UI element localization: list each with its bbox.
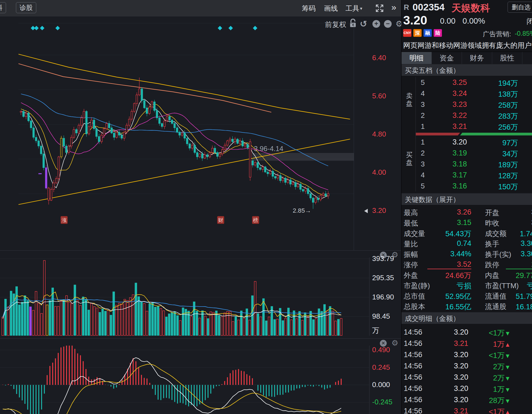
bid-amount: 97万: [502, 138, 518, 148]
ask-level: 1: [421, 122, 425, 131]
trade-price: 3.20: [454, 351, 468, 359]
top-toolbar: 料 诊股 筹码 画线 工具▼ »: [0, 0, 401, 17]
trade-row[interactable]: 14:563.2028万▼: [402, 394, 532, 405]
bid-price: 3.20: [452, 138, 467, 146]
price-axis-label: 5.60: [372, 92, 386, 100]
volume-axis-label: 196.90: [372, 293, 394, 301]
bid-price: 3.16: [452, 182, 467, 190]
order-book-title: 买卖五档（金额）: [402, 64, 532, 76]
trade-row[interactable]: 14:563.20<1万▼: [402, 349, 532, 360]
key-data-row: 振幅3.44%换手(实)3.30%: [402, 248, 532, 259]
tab-资金[interactable]: 资金: [432, 52, 462, 64]
bid-row[interactable]: 43.17128万: [416, 170, 532, 180]
trade-time: 14:56: [404, 384, 422, 393]
trade-price: 3.20: [454, 362, 468, 370]
kd-label-2: 跌停: [485, 260, 499, 270]
trade-row[interactable]: 14:563.201万▼: [402, 383, 532, 394]
flag-badge-融: 融: [424, 29, 432, 37]
kd-value: 3.15: [427, 218, 471, 227]
chart-region: 前复权 ↺ + − ⚙ 3.96-4.14涨财榜2.85→ ✕ ⚙ ✕ ⚙ 6.…: [0, 16, 401, 414]
bid-row[interactable]: 53.16150万: [416, 180, 532, 191]
trade-row[interactable]: 14:563.202万▼: [402, 360, 532, 371]
chip-distribution-button[interactable]: 筹码: [302, 4, 316, 13]
bid-level: 1: [421, 138, 425, 146]
diagnose-stock-button[interactable]: 诊股: [16, 2, 36, 13]
bid-row[interactable]: 33.18189万: [416, 159, 532, 170]
kd-label-2: 开盘: [485, 208, 499, 218]
more-tools-chevron[interactable]: »: [391, 2, 396, 12]
macd-axis-label: -0.245: [372, 398, 392, 406]
tab-明细[interactable]: 明细: [402, 52, 432, 64]
kd-label: 涨停: [404, 260, 418, 270]
kd-value: 54.43万: [427, 229, 471, 239]
trade-amount: 2万▼: [493, 362, 511, 372]
down-arrow-icon: ▼: [505, 375, 511, 382]
last-price: 3.20: [403, 13, 427, 27]
volume-axis-label: 98.45: [372, 312, 390, 321]
key-data-row: 总市值52.95亿流通值51.79亿: [402, 290, 532, 301]
bid-ask-ratio-bar: [416, 133, 532, 135]
bid-level: 5: [421, 182, 425, 190]
up-arrow-icon: ▲: [505, 409, 511, 414]
draw-line-button[interactable]: 画线: [324, 4, 338, 13]
trade-row[interactable]: 14:563.21<1万▲: [402, 405, 532, 414]
info-button[interactable]: 料: [0, 2, 6, 13]
ask-amount: 283万: [498, 111, 518, 121]
remove-watchlist-button[interactable]: 删自选: [508, 2, 532, 13]
pane-divider-2: [0, 338, 401, 339]
trading-terminal: 料 诊股 筹码 画线 工具▼ » 前复权 ↺ + − ⚙ 3.96-4.14涨财…: [0, 0, 532, 414]
bid-row[interactable]: 23.1934万: [416, 148, 532, 159]
macd-axis-label: 0.490: [372, 346, 390, 354]
ask-row[interactable]: 23.22283万: [416, 110, 532, 121]
ask-amount: 256万: [498, 122, 518, 132]
main-candlestick-chart[interactable]: 3.96-4.14涨财榜2.85→: [0, 23, 401, 250]
ask-row[interactable]: 53.25194万: [416, 77, 532, 88]
sector-tag-label[interactable]: 广告营销:: [483, 30, 511, 38]
ask-row[interactable]: 13.21256万: [416, 121, 532, 132]
kd-label: 振幅: [404, 250, 418, 259]
trade-row[interactable]: 14:563.211万▲: [402, 338, 532, 349]
stock-name: 天娱数科: [452, 2, 490, 15]
fullscreen-icon[interactable]: [375, 4, 384, 13]
kd-value: 24.66万: [427, 271, 471, 280]
key-data-title[interactable]: 关键数据（展开）: [402, 193, 532, 205]
bid-row[interactable]: 13.2097万: [416, 137, 532, 148]
ask-amount: 258万: [498, 100, 518, 110]
down-arrow-icon: ▼: [505, 386, 511, 393]
key-data-row: 量比0.74换手3.30%: [402, 238, 532, 248]
price-axis-label: 6.40: [372, 54, 386, 62]
trade-time: 14:56: [404, 339, 422, 348]
key-data-row: 外盘24.66万内盘29.77万: [402, 269, 532, 280]
tools-dropdown[interactable]: 工具▼: [346, 4, 363, 13]
ask-level: 4: [421, 89, 425, 98]
kd-label: 总股本: [404, 302, 425, 312]
stock-code: 002354: [413, 2, 445, 13]
price-change-pct: 0.00%: [463, 16, 485, 26]
trade-price: 3.21: [454, 407, 468, 414]
down-arrow-icon: ▼: [505, 330, 511, 337]
volume-chart[interactable]: [0, 257, 401, 336]
trade-row[interactable]: 14:563.202万▼: [402, 371, 532, 383]
bid-level: 3: [421, 160, 425, 168]
tab-股性[interactable]: 股性: [492, 52, 522, 64]
ask-row[interactable]: 43.24138万: [416, 88, 532, 99]
price-axis-label: 4.00: [372, 168, 386, 177]
bid-level: 4: [421, 171, 425, 179]
ask-level: 3: [421, 100, 425, 109]
kd-label-2: 成交额: [485, 229, 506, 238]
trade-detail-title: 成交明细（金额）: [402, 312, 532, 324]
trade-row[interactable]: 14:563.20<1万▼: [402, 326, 532, 338]
bid-amount: 128万: [498, 171, 518, 181]
bid-price: 3.17: [452, 171, 467, 179]
ask-row[interactable]: 33.23258万: [416, 99, 532, 110]
ask-level: 2: [421, 111, 425, 120]
kd-value-2: 亏损: [506, 281, 532, 291]
trade-time: 14:56: [404, 328, 422, 337]
tab-财务[interactable]: 财务: [462, 52, 492, 64]
volume-axis-label: 393.79: [372, 254, 394, 263]
ask-price: 3.25: [452, 78, 467, 87]
news-marquee[interactable]: 网页网游和移动网游领域拥有庞大的用户资源，: [403, 41, 532, 50]
macd-chart[interactable]: [0, 346, 401, 414]
trade-amount: <1万▲: [489, 407, 511, 414]
up-arrow-icon: ▲: [505, 341, 511, 348]
